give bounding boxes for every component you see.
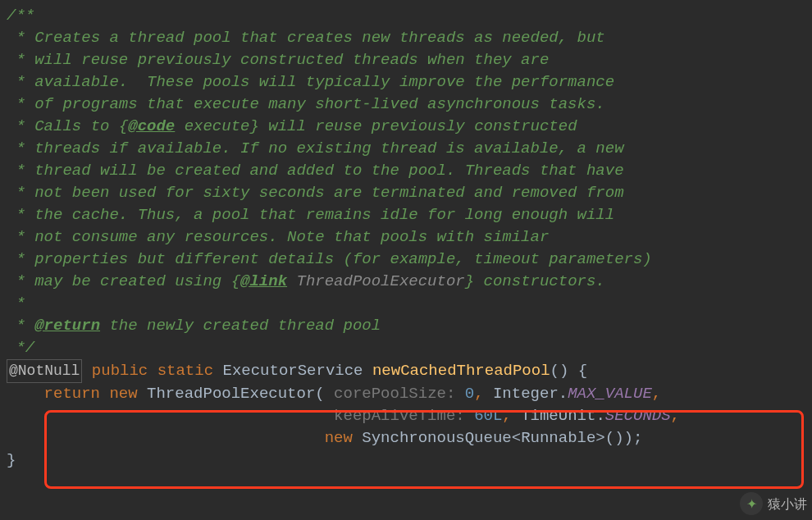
max-value: MAX_VALUE — [568, 385, 652, 403]
kw-new-2: new — [325, 429, 353, 447]
notnull-annotation: @NotNull — [7, 359, 82, 383]
val-corepoolsize: 0 — [465, 385, 474, 403]
kw-static: static — [157, 362, 213, 380]
body-line-3: new SynchronousQueue<Runnable>()); — [7, 429, 642, 447]
method-name: newCachedThreadPool — [372, 362, 550, 380]
generic-type: Runnable — [521, 429, 595, 447]
javadoc-line: * threads if available. If no existing t… — [7, 139, 624, 157]
javadoc-line: * thread will be created and added to th… — [7, 162, 624, 180]
return-tag: @return — [34, 317, 100, 335]
seconds-const: SECONDS — [605, 407, 671, 425]
body-line-2: keepAliveTime: 60L, TimeUnit.SECONDS, — [7, 407, 680, 425]
watermark: ✦ 猿小讲 — [740, 492, 807, 515]
body-line-1: return new ThreadPoolExecutor( corePoolS… — [7, 385, 661, 403]
ctor-name: ThreadPoolExecutor — [147, 385, 315, 403]
integer-class: Integer — [493, 385, 559, 403]
kw-return: return — [44, 385, 100, 403]
link-target: ThreadPoolExecutor — [296, 272, 464, 290]
queue-type: SynchronousQueue — [362, 429, 511, 447]
javadoc-line: * Calls to {@code execute} will reuse pr… — [7, 117, 577, 135]
code-editor[interactable]: /** * Creates a thread pool that creates… — [0, 0, 812, 480]
javadoc-line: * @return the newly created thread pool — [7, 317, 381, 335]
method-signature-line: @NotNull public static ExecutorService n… — [7, 362, 587, 380]
timeunit-class: TimeUnit — [521, 407, 595, 425]
open-brace: () { — [550, 362, 588, 380]
ctor-tail: ()); — [605, 429, 643, 447]
val-keepalive: 60L — [474, 407, 502, 425]
javadoc-line: * properties but different details (for … — [7, 250, 652, 268]
javadoc-line: * will reuse previously constructed thre… — [7, 51, 549, 69]
kw-new: new — [109, 385, 137, 403]
javadoc-line: * may be created using {@link ThreadPool… — [7, 272, 605, 290]
javadoc-close: */ — [7, 339, 34, 357]
javadoc-line: * of programs that execute many short-li… — [7, 95, 605, 113]
return-type: ExecutorService — [222, 362, 363, 380]
hint-keepalive: keepAliveTime: — [334, 407, 465, 425]
wechat-icon: ✦ — [740, 492, 763, 515]
hint-corepoolsize: corePoolSize: — [334, 385, 455, 403]
kw-public: public — [92, 362, 148, 380]
close-brace: } — [7, 451, 16, 469]
javadoc-open: /** — [7, 7, 34, 25]
javadoc-line: * Creates a thread pool that creates new… — [7, 29, 605, 47]
javadoc-line: * available. These pools will typically … — [7, 73, 614, 91]
javadoc-line: * not been used for sixty seconds are te… — [7, 184, 624, 202]
watermark-text: 猿小讲 — [768, 493, 807, 515]
javadoc-line: * the cache. Thus, a pool that remains i… — [7, 206, 614, 224]
link-tag: @link — [240, 272, 287, 290]
javadoc-line: * — [7, 294, 25, 312]
code-tag: @code — [128, 117, 175, 135]
javadoc-line: * not consume any resources. Note that p… — [7, 228, 549, 246]
